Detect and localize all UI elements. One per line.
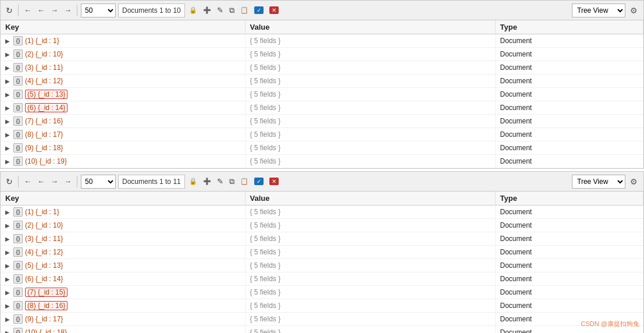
view-mode-select[interactable]: Tree ViewTable ViewJSON View (572, 175, 625, 189)
add-button[interactable]: ➕ (201, 5, 213, 15)
value-cell: { 5 fields } (245, 75, 495, 88)
forward-button2[interactable]: → (62, 176, 73, 187)
expand-arrow[interactable]: ▶ (5, 78, 11, 84)
key-doc-icon: {} (13, 288, 23, 297)
table-row[interactable]: ▶{}(4) {_id : 12}{ 5 fields }Document (1, 75, 643, 88)
value-cell: { 5 fields } (245, 61, 495, 75)
expand-arrow[interactable]: ▶ (5, 38, 11, 44)
check-icon (254, 6, 264, 14)
paste-button[interactable]: 📋 (239, 176, 250, 186)
edit-button[interactable]: ✎ (215, 176, 225, 187)
key-text: (8) {_id : 17} (25, 130, 63, 139)
type-cell: Document (495, 246, 643, 259)
table-row[interactable]: ▶{}(6) {_id : 14}{ 5 fields }Document (1, 272, 643, 286)
key-cell: ▶{}(10) {_id : 18} (1, 326, 245, 334)
key-text: (1) {_id : 1} (25, 37, 59, 45)
table-row[interactable]: ▶{}(3) {_id : 11}{ 5 fields }Document (1, 61, 643, 75)
key-doc-icon: {} (13, 116, 23, 126)
value-cell: { 5 fields } (245, 115, 495, 128)
table-row[interactable]: ▶{}(5) {_id : 13}{ 5 fields }Document (1, 88, 643, 101)
expand-arrow[interactable]: ▶ (5, 316, 11, 323)
refresh-icon (6, 6, 13, 15)
clone-button[interactable]: ⧉ (227, 5, 236, 16)
expand-arrow[interactable]: ▶ (5, 236, 11, 242)
key-doc-icon: {} (13, 143, 23, 153)
table-row[interactable]: ▶{}(7) {_id : 15}{ 5 fields }Document (1, 286, 643, 299)
lock-button[interactable]: 🔒 (187, 5, 199, 15)
table-row[interactable]: ▶{}(1) {_id : 1}{ 5 fields }Document (1, 206, 643, 219)
expand-arrow[interactable]: ▶ (5, 330, 11, 334)
table-row[interactable]: ▶{}(10) {_id : 19}{ 5 fields }Document (1, 155, 643, 168)
col-header-key: Key (1, 20, 245, 34)
expand-arrow[interactable]: ▶ (5, 132, 11, 138)
expand-arrow[interactable]: ▶ (5, 105, 11, 111)
value-cell: { 5 fields } (245, 326, 495, 334)
table-row[interactable]: ▶{}(2) {_id : 10}{ 5 fields }Document (1, 219, 643, 232)
table-row[interactable]: ▶{}(3) {_id : 11}{ 5 fields }Document (1, 232, 643, 246)
table-row[interactable]: ▶{}(1) {_id : 1}{ 5 fields }Document (1, 34, 643, 48)
settings-button[interactable] (628, 176, 640, 187)
clone-button-icon: ⧉ (229, 6, 234, 15)
paste-button[interactable]: 📋 (239, 5, 250, 15)
back-button[interactable]: ← (22, 5, 33, 16)
expand-arrow[interactable]: ▶ (5, 65, 11, 71)
expand-arrow[interactable]: ▶ (5, 249, 11, 256)
table-area: KeyValueType▶{}(1) {_id : 1}{ 5 fields }… (1, 20, 643, 168)
clone-button[interactable]: ⧉ (227, 176, 236, 187)
forward-button2[interactable]: → (62, 5, 73, 16)
key-doc-icon: {} (13, 221, 23, 230)
expand-arrow[interactable]: ▶ (5, 209, 11, 215)
type-cell: Document (495, 155, 643, 168)
table-row[interactable]: ▶{}(2) {_id : 10}{ 5 fields }Document (1, 48, 643, 61)
key-doc-icon: {} (13, 90, 23, 99)
expand-arrow[interactable]: ▶ (5, 118, 11, 125)
limit-select[interactable]: 102550100200 (81, 3, 116, 17)
key-text: (7) {_id : 16} (25, 117, 63, 125)
cancel-button[interactable] (268, 5, 280, 15)
apply-button[interactable] (252, 176, 265, 186)
add-button[interactable]: ➕ (201, 176, 213, 186)
refresh-button[interactable] (4, 5, 15, 16)
expand-arrow[interactable]: ▶ (5, 289, 11, 296)
table-row[interactable]: ▶{}(5) {_id : 13}{ 5 fields }Document (1, 259, 643, 272)
key-text: (2) {_id : 10} (25, 50, 63, 58)
expand-arrow[interactable]: ▶ (5, 222, 11, 229)
table-row[interactable]: ▶{}(9) {_id : 17}{ 5 fields }Document (1, 313, 643, 326)
table-row[interactable]: ▶{}(8) {_id : 17}{ 5 fields }Document (1, 128, 643, 141)
value-cell: { 5 fields } (245, 219, 495, 232)
expand-arrow[interactable]: ▶ (5, 158, 11, 165)
expand-arrow[interactable]: ▶ (5, 91, 11, 98)
expand-arrow[interactable]: ▶ (5, 145, 11, 151)
forward-button[interactable]: → (49, 176, 60, 187)
value-cell: { 5 fields } (245, 232, 495, 246)
data-table: KeyValueType▶{}(1) {_id : 1}{ 5 fields }… (1, 20, 643, 168)
expand-arrow[interactable]: ▶ (5, 51, 11, 58)
table-row[interactable]: ▶{}(7) {_id : 16}{ 5 fields }Document (1, 115, 643, 128)
back-button[interactable]: ← (22, 176, 33, 187)
refresh-button[interactable] (4, 176, 15, 187)
back-button2[interactable]: ← (35, 176, 47, 187)
forward-button-icon: → (51, 6, 58, 15)
key-cell: ▶{}(4) {_id : 12} (1, 246, 245, 259)
table-row[interactable]: ▶{}(8) {_id : 16}{ 5 fields }Document (1, 299, 643, 313)
expand-arrow[interactable]: ▶ (5, 276, 11, 282)
view-mode-select[interactable]: Tree ViewTable ViewJSON View (572, 3, 625, 17)
key-doc-icon: {} (13, 261, 23, 270)
lock-button[interactable]: 🔒 (187, 176, 199, 186)
expand-arrow[interactable]: ▶ (5, 303, 11, 309)
back-button2[interactable]: ← (35, 5, 47, 16)
settings-button[interactable] (628, 5, 640, 16)
table-row[interactable]: ▶{}(10) {_id : 18}{ 5 fields }Document (1, 326, 643, 334)
table-row[interactable]: ▶{}(9) {_id : 18}{ 5 fields }Document (1, 141, 643, 155)
forward-button[interactable]: → (49, 5, 60, 16)
key-cell: ▶{}(9) {_id : 18} (1, 141, 245, 155)
separator (18, 5, 19, 16)
table-row[interactable]: ▶{}(6) {_id : 14}{ 5 fields }Document (1, 101, 643, 115)
edit-button[interactable]: ✎ (215, 5, 225, 16)
cancel-button[interactable] (268, 176, 280, 186)
limit-select[interactable]: 102550100200 (81, 175, 116, 189)
table-row[interactable]: ▶{}(4) {_id : 12}{ 5 fields }Document (1, 246, 643, 259)
key-doc-icon: {} (13, 76, 23, 86)
expand-arrow[interactable]: ▶ (5, 263, 11, 269)
apply-button[interactable] (252, 5, 265, 15)
